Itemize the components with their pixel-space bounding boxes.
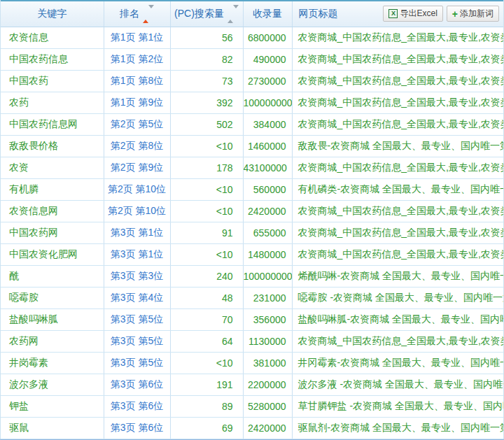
column-header-rank[interactable]: 排名 bbox=[104, 1, 170, 27]
rank-link[interactable]: 第1页 第9位 bbox=[104, 92, 170, 113]
table-row: 农药第1页 第9位392100000000农资商城_中国农药信息_全国最大,最专… bbox=[1, 92, 503, 113]
column-header-keyword-label: 关键字 bbox=[37, 8, 66, 19]
column-header-page-title-label: 网页标题 bbox=[299, 8, 338, 20]
keyword-cell: 噁霉胺 bbox=[1, 287, 104, 308]
column-header-page-title: 网页标题 X导出Excel +添加新词 bbox=[292, 1, 503, 27]
table-row: 井岗霉素第3页 第5位<10381000井冈霉素-农资商城 全国最大、最专业、国… bbox=[1, 352, 503, 374]
rank-link[interactable]: 第3页 第6位 bbox=[104, 374, 170, 395]
index-volume-cell: 560000 bbox=[243, 178, 292, 200]
index-volume-cell: 356000 bbox=[243, 308, 292, 330]
keyword-cell: 农资信息 bbox=[1, 27, 104, 48]
table-row: 波尔多液第3页 第6位1912200000波尔多液 -农资商城 全国最大、最专业… bbox=[1, 374, 503, 395]
add-keyword-button[interactable]: +添加新词 bbox=[447, 6, 499, 22]
page-title-cell: 农资商城_中国农药信息_全国最大,最专业,农资类第... bbox=[292, 92, 503, 113]
index-volume-cell: 6800000 bbox=[243, 27, 292, 48]
rank-link[interactable]: 第3页 第4位 bbox=[104, 287, 170, 308]
rank-link[interactable]: 第3页 第6位 bbox=[104, 395, 170, 417]
table-row: 农资第2页 第9位17843100000农资商城_中国农药信息_全国最大,最专业… bbox=[1, 157, 503, 178]
sort-search-volume-icon[interactable] bbox=[227, 8, 239, 20]
rank-link[interactable]: 第1页 第8位 bbox=[104, 70, 170, 92]
table-row: 中国农药网第3页 第1位91655000农资商城_中国农药信息_全国最大,最专业… bbox=[1, 222, 503, 243]
search-volume-cell: <10 bbox=[170, 178, 243, 200]
page-title-cell: 农资商城_中国农药信息_全国最大,最专业,农资类第... bbox=[292, 222, 503, 243]
search-volume-cell: 392 bbox=[170, 92, 243, 113]
page-title-cell: 烯酰吗啉-农资商城 全国最大、最专业、国内唯一... bbox=[292, 265, 503, 287]
keyword-cell: 中国农资化肥网 bbox=[1, 243, 104, 265]
keyword-cell: 农药网 bbox=[1, 330, 104, 352]
search-volume-cell: 82 bbox=[170, 48, 243, 70]
plus-icon: + bbox=[452, 9, 458, 19]
rank-link[interactable]: 第3页 第1位 bbox=[104, 222, 170, 243]
table-row: 驱鼠第3页 第6位692420000驱鼠剂-农资商城 全国最大、最专业、国内唯一… bbox=[1, 417, 503, 439]
table-row: 中国农药第1页 第8位732730000农资商城_中国农药信息_全国最大,最专业… bbox=[1, 70, 503, 92]
column-header-keyword: 关键字 bbox=[1, 1, 104, 27]
page-title-cell: 有机磷类-农资商城 全国最大、最专业、国内唯一... bbox=[292, 178, 503, 200]
keyword-cell: 有机膦 bbox=[1, 178, 104, 200]
keyword-cell: 中国农药网 bbox=[1, 222, 104, 243]
page-title-cell: 农资商城_中国农药信息_全国最大,最专业,农资类第... bbox=[292, 27, 503, 48]
page-title-cell: 井冈霉素-农资商城 全国最大、最专业、国内唯一... bbox=[292, 352, 503, 374]
table-row: 钾盐第3页 第6位895280000草甘膦钾盐 -农资商城 全国最大、最专业、国… bbox=[1, 395, 503, 417]
keyword-cell: 中国农药信息 bbox=[1, 48, 104, 70]
export-excel-label: 导出Excel bbox=[400, 8, 437, 20]
sort-rank-icon[interactable] bbox=[143, 8, 154, 20]
search-volume-cell: <10 bbox=[170, 243, 243, 265]
search-volume-cell: 64 bbox=[170, 330, 243, 352]
page-title-cell: 农资商城_中国农药信息_全国最大,最专业,农资类第... bbox=[292, 243, 503, 265]
keyword-cell: 农资信息网 bbox=[1, 200, 104, 222]
index-volume-cell: 5280000 bbox=[243, 395, 292, 417]
rank-link[interactable]: 第2页 第8位 bbox=[104, 135, 170, 157]
rank-link[interactable]: 第1页 第2位 bbox=[104, 48, 170, 70]
index-volume-cell: 1460000 bbox=[243, 135, 292, 157]
page-title-cell: 噁霉胺 -农资商城 全国最大、最专业、国内唯一第... bbox=[292, 287, 503, 308]
page-title-cell: 农资商城_中国农药信息_全国最大,最专业,农资类第... bbox=[292, 330, 503, 352]
table-row: 敌敌畏价格第2页 第8位<101460000敌敌畏-农资商城 全国最大、最专业、… bbox=[1, 135, 503, 157]
add-keyword-label: 添加新词 bbox=[460, 8, 493, 20]
keyword-cell: 农资 bbox=[1, 157, 104, 178]
search-volume-cell: 502 bbox=[170, 113, 243, 135]
rank-link[interactable]: 第3页 第3位 bbox=[104, 265, 170, 287]
page-title-cell: 草甘膦钾盐 -农资商城 全国最大、最专业、国内唯... bbox=[292, 395, 503, 417]
export-excel-button[interactable]: X导出Excel bbox=[383, 6, 442, 22]
search-volume-cell: <10 bbox=[170, 135, 243, 157]
table-row: 有机膦第2页 第10位<10560000有机磷类-农资商城 全国最大、最专业、国… bbox=[1, 178, 503, 200]
table-row: 农资信息第1页 第1位566800000农资商城_中国农药信息_全国最大,最专业… bbox=[1, 27, 503, 48]
keyword-cell: 驱鼠 bbox=[1, 417, 104, 439]
keyword-cell: 敌敌畏价格 bbox=[1, 135, 104, 157]
keyword-cell: 井岗霉素 bbox=[1, 352, 104, 374]
column-header-search-volume[interactable]: (PC)搜索量 bbox=[170, 1, 243, 27]
rank-link[interactable]: 第2页 第10位 bbox=[104, 200, 170, 222]
index-volume-cell: 2420000 bbox=[243, 200, 292, 222]
rank-link[interactable]: 第2页 第9位 bbox=[104, 157, 170, 178]
table-row: 酰第3页 第3位240100000000烯酰吗啉-农资商城 全国最大、最专业、国… bbox=[1, 265, 503, 287]
rank-link[interactable]: 第2页 第5位 bbox=[104, 113, 170, 135]
index-volume-cell: 384000 bbox=[243, 113, 292, 135]
index-volume-cell: 1130000 bbox=[243, 330, 292, 352]
index-volume-cell: 43100000 bbox=[243, 157, 292, 178]
table-row: 农资信息网第2页 第10位<102420000农资商城_中国农药信息_全国最大,… bbox=[1, 200, 503, 222]
search-volume-cell: 91 bbox=[170, 222, 243, 243]
rank-link[interactable]: 第3页 第6位 bbox=[104, 417, 170, 439]
search-volume-cell: 191 bbox=[170, 374, 243, 395]
search-volume-cell: 240 bbox=[170, 265, 243, 287]
index-volume-cell: 1480000 bbox=[243, 243, 292, 265]
rank-link[interactable]: 第3页 第5位 bbox=[104, 308, 170, 330]
search-volume-cell: 73 bbox=[170, 70, 243, 92]
table-row: 噁霉胺第3页 第4位48231000噁霉胺 -农资商城 全国最大、最专业、国内唯… bbox=[1, 287, 503, 308]
table-header-row: 关键字 排名 (PC)搜索量 收录量 网页标题 X导出Exce bbox=[1, 1, 503, 27]
index-volume-cell: 655000 bbox=[243, 222, 292, 243]
keyword-cell: 农药 bbox=[1, 92, 104, 113]
rank-link[interactable]: 第3页 第1位 bbox=[104, 243, 170, 265]
search-volume-cell: 89 bbox=[170, 395, 243, 417]
rank-link[interactable]: 第3页 第5位 bbox=[104, 352, 170, 374]
table-row: 盐酸吗啉胍第3页 第5位70356000盐酸吗啉胍-农资商城 全国最大、最专业、… bbox=[1, 308, 503, 330]
page-title-cell: 农资商城_中国农药信息_全国最大,最专业,农资类第... bbox=[292, 200, 503, 222]
rank-link[interactable]: 第2页 第10位 bbox=[104, 178, 170, 200]
search-volume-cell: <10 bbox=[170, 352, 243, 374]
search-volume-cell: 56 bbox=[170, 27, 243, 48]
keyword-cell: 盐酸吗啉胍 bbox=[1, 308, 104, 330]
keyword-rank-panel: 关键字 排名 (PC)搜索量 收录量 网页标题 X导出Exce bbox=[0, 0, 504, 440]
rank-link[interactable]: 第1页 第1位 bbox=[104, 27, 170, 48]
rank-link[interactable]: 第3页 第5位 bbox=[104, 330, 170, 352]
index-volume-cell: 2420000 bbox=[243, 417, 292, 439]
